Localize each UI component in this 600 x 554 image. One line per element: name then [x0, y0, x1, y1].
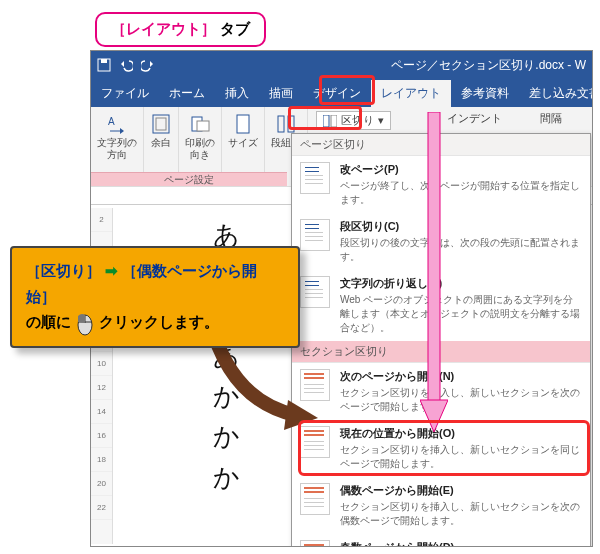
menu-section-continuous[interactable]: 現在の位置から開始(O) セクション区切りを挿入し、新しいセクションを同じページ… — [292, 420, 590, 477]
ribbon-tabs: ファイル ホーム 挿入 描画 デザイン レイアウト 参考資料 差し込み文書 校閲… — [91, 79, 592, 107]
btn-breaks[interactable]: 区切り ▾ — [316, 111, 391, 130]
tab-design[interactable]: デザイン — [303, 80, 371, 107]
tab-draw[interactable]: 描画 — [259, 80, 303, 107]
svg-rect-8 — [237, 115, 249, 133]
chevron-down-icon: ▾ — [378, 114, 384, 127]
svg-text:A: A — [108, 116, 115, 127]
svg-rect-10 — [288, 116, 294, 132]
tab-file[interactable]: ファイル — [91, 80, 159, 107]
dropdown-header-page: ページ区切り — [292, 134, 590, 156]
section-odd-page-icon — [300, 540, 330, 547]
callout-layout-tab: ［レイアウト］ タブ — [95, 12, 266, 47]
column-break-icon — [300, 219, 330, 251]
callout-tab-suffix: タブ — [220, 20, 250, 37]
menu-page-break[interactable]: 改ページ(P) ページが終了し、次のページが開始する位置を指定します。 — [292, 156, 590, 213]
menu-section-even-page[interactable]: 偶数ページから開始(E) セクション区切りを挿入し、新しいセクションを次の偶数ペ… — [292, 477, 590, 534]
tab-insert[interactable]: 挿入 — [215, 80, 259, 107]
save-icon[interactable] — [97, 58, 111, 72]
menu-text-wrapping-break[interactable]: 文字列の折り返し(T) Web ページのオブジェクトの周囲にある文字列を分離しま… — [292, 270, 590, 341]
section-next-page-icon — [300, 369, 330, 401]
tab-home[interactable]: ホーム — [159, 80, 215, 107]
section-continuous-icon — [300, 426, 330, 458]
tab-mailings[interactable]: 差し込み文書 — [519, 80, 593, 107]
svg-rect-12 — [331, 115, 337, 127]
window-title: ページ／セクション区切り.docx - W — [391, 57, 586, 74]
bracket-close: ］ — [201, 20, 216, 37]
svg-rect-2 — [101, 59, 107, 63]
menu-column-break[interactable]: 段区切り(C) 段区切りの後の文字列は、次の段の先頭に配置されます。 — [292, 213, 590, 270]
undo-icon[interactable] — [119, 58, 133, 72]
svg-rect-5 — [156, 118, 166, 130]
callout-instruction: ［区切り］ ➡ ［偶数ページから開始］ の順に クリックします。 — [10, 246, 300, 348]
breaks-dropdown: ページ区切り 改ページ(P) ページが終了し、次のページが開始する位置を指定しま… — [291, 133, 591, 547]
breaks-icon — [323, 115, 337, 127]
menu-section-odd-page[interactable]: 奇数ページから開始(D) セクション区切りを挿入し、新しいセクションを次の奇数ペ… — [292, 534, 590, 547]
svg-rect-11 — [323, 115, 329, 127]
tab-references[interactable]: 参考資料 — [451, 80, 519, 107]
text-wrap-break-icon — [300, 276, 330, 308]
callout-tab-label: レイアウト — [126, 20, 201, 37]
redo-icon[interactable] — [141, 58, 155, 72]
bracket-open: ［ — [111, 20, 126, 37]
menu-section-next-page[interactable]: 次のページから開始(N) セクション区切りを挿入し、新しいセクションを次のページ… — [292, 363, 590, 420]
mouse-icon — [75, 310, 95, 336]
tab-layout[interactable]: レイアウト — [371, 80, 451, 107]
ribbon-group-page-setup: ページ設定 — [91, 172, 287, 186]
page-break-icon — [300, 162, 330, 194]
dropdown-header-section: セクション区切り — [292, 341, 590, 363]
titlebar: ページ／セクション区切り.docx - W — [91, 51, 592, 79]
svg-rect-9 — [278, 116, 284, 132]
svg-rect-7 — [197, 121, 209, 131]
section-even-page-icon — [300, 483, 330, 515]
